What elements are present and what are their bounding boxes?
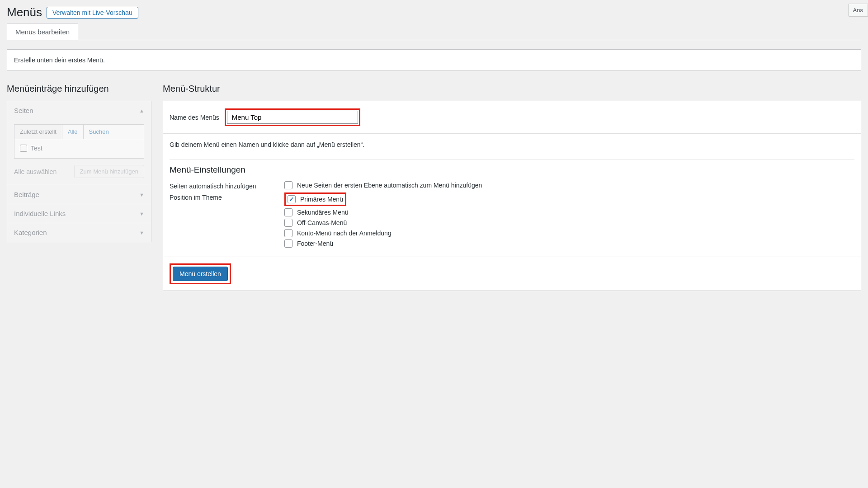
position-primary-checkbox[interactable]: Primäres Menü [284, 192, 346, 206]
screen-options-button[interactable]: Ans [848, 4, 868, 17]
position-account-checkbox[interactable]: Konto-Menü nach der Anmeldung [284, 229, 854, 237]
checkbox-icon [284, 219, 292, 227]
panel-links-label: Individuelle Links [14, 210, 66, 217]
intro-text: Gib deinem Menü einen Namen und klicke d… [170, 141, 854, 148]
caret-up-icon: ▲ [139, 108, 144, 113]
checkbox-icon [284, 208, 292, 216]
tab-edit-menus[interactable]: Menüs bearbeiten [7, 23, 78, 40]
add-to-menu-button[interactable]: Zum Menü hinzufügen [74, 165, 144, 178]
position-primary-label: Primäres Menü [300, 196, 343, 203]
page-item-label: Test [31, 145, 42, 152]
notice-create-first-menu: Erstelle unten dein erstes Menü. [7, 49, 861, 71]
mini-tab-all[interactable]: Alle [62, 125, 84, 139]
position-secondary-checkbox[interactable]: Sekundäres Menü [284, 208, 854, 216]
mini-tab-search[interactable]: Suchen [84, 125, 114, 139]
checkbox-icon [284, 239, 292, 248]
panel-pages-header[interactable]: Seiten ▲ [7, 101, 151, 120]
menu-name-input[interactable] [227, 111, 358, 124]
auto-add-option-label: Neue Seiten der ersten Ebene automatisch… [297, 182, 482, 189]
menu-settings-title: Menü-Einstellungen [170, 159, 854, 175]
position-offcanvas-label: Off-Canvas-Menü [297, 219, 347, 226]
panel-posts-header[interactable]: Beiträge ▼ [7, 185, 151, 204]
panel-links-header[interactable]: Individuelle Links ▼ [7, 204, 151, 223]
menu-structure-title: Menü-Struktur [163, 84, 861, 94]
checkbox-icon [284, 229, 292, 237]
position-label: Position im Theme [170, 192, 284, 201]
position-offcanvas-checkbox[interactable]: Off-Canvas-Menü [284, 219, 854, 227]
panel-categories-header[interactable]: Kategorien ▼ [7, 223, 151, 242]
position-footer-label: Footer-Menü [297, 240, 333, 247]
nav-tabs: Menüs bearbeiten [7, 23, 861, 40]
page-checkbox-test[interactable]: Test [20, 145, 138, 152]
panel-pages-label: Seiten [14, 107, 33, 114]
create-menu-button[interactable]: Menü erstellen [173, 267, 228, 281]
checkbox-icon [284, 181, 292, 189]
select-all-link[interactable]: Alle auswählen [14, 168, 57, 175]
caret-down-icon: ▼ [139, 192, 144, 197]
page-title: Menüs [7, 5, 42, 19]
position-account-label: Konto-Menü nach der Anmeldung [297, 230, 392, 237]
create-menu-highlight: Menü erstellen [170, 263, 231, 284]
panel-posts-label: Beiträge [14, 191, 39, 198]
live-preview-button[interactable]: Verwalten mit Live-Vorschau [47, 7, 138, 19]
menu-name-label: Name des Menüs [170, 114, 219, 121]
panel-categories-label: Kategorien [14, 229, 47, 236]
auto-add-checkbox[interactable]: Neue Seiten der ersten Ebene automatisch… [284, 181, 854, 189]
auto-add-label: Seiten automatisch hinzufügen [170, 181, 284, 190]
position-secondary-label: Sekundäres Menü [297, 209, 349, 216]
notice-text: Erstelle unten dein erstes Menü. [14, 56, 105, 64]
position-footer-checkbox[interactable]: Footer-Menü [284, 239, 854, 248]
add-items-title: Menüeinträge hinzufügen [7, 84, 151, 94]
caret-down-icon: ▼ [139, 230, 144, 235]
mini-tab-recent[interactable]: Zuletzt erstellt [14, 125, 62, 139]
caret-down-icon: ▼ [139, 211, 144, 216]
checkbox-checked-icon [288, 195, 296, 203]
menu-name-highlight [225, 108, 360, 126]
